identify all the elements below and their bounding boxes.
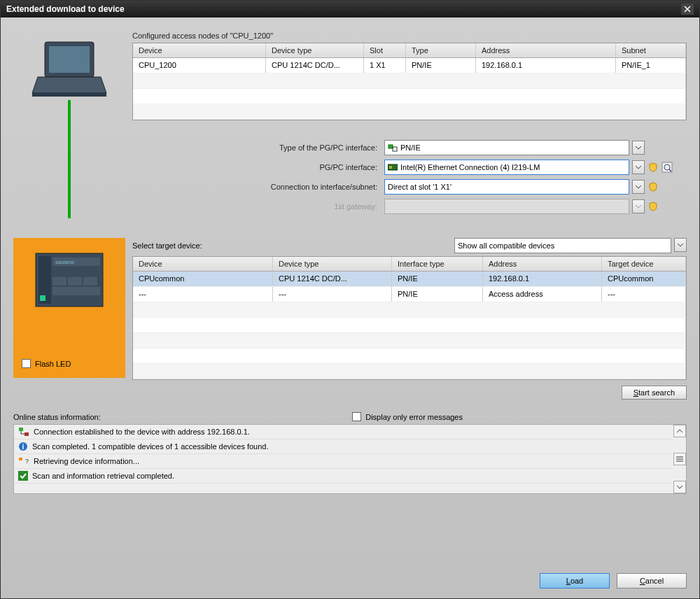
dropdown-arrow <box>632 199 645 213</box>
table-row <box>133 318 686 333</box>
target-filter-dropdown[interactable]: Show all compatible devices <box>454 238 671 253</box>
menu-icon <box>676 456 683 462</box>
device-panel: SIEMENS Flash LED <box>13 238 125 378</box>
svg-rect-17 <box>83 277 97 286</box>
close-icon <box>684 6 691 13</box>
th-device[interactable]: Device <box>133 43 266 57</box>
status-heading: Online status information: <box>13 413 101 421</box>
properties-icon[interactable] <box>662 162 673 173</box>
retrieve-icon: ? <box>18 456 29 466</box>
th-slot[interactable]: Slot <box>364 43 406 57</box>
th-devtype[interactable]: Device type <box>266 43 364 57</box>
dropdown-arrow[interactable] <box>632 160 645 174</box>
target-table: Device Device type Interface type Addres… <box>132 256 687 380</box>
chevron-up-icon <box>677 430 682 433</box>
svg-text:i: i <box>22 443 24 451</box>
table-row <box>133 302 686 318</box>
chevron-down-icon <box>677 486 682 489</box>
svg-rect-16 <box>68 277 82 286</box>
svg-rect-24 <box>19 458 22 460</box>
titlebar: Extended download to device <box>1 1 699 17</box>
config-nodes-table: Device Device type Slot Type Address Sub… <box>132 43 687 120</box>
status-item: Connection established to the device wit… <box>14 425 672 439</box>
dropdown-arrow[interactable] <box>632 180 645 194</box>
dropdown-arrow[interactable] <box>632 141 645 155</box>
shield-icon[interactable] <box>648 162 659 173</box>
svg-marker-2 <box>32 77 106 93</box>
close-button[interactable] <box>681 3 694 15</box>
svg-rect-21 <box>24 432 29 436</box>
flash-led-checkbox[interactable] <box>22 359 31 368</box>
table-row <box>133 333 686 348</box>
connect-icon <box>18 427 29 437</box>
th-type[interactable]: Type <box>406 43 476 57</box>
th-target[interactable]: Target device <box>602 257 686 271</box>
shield-icon[interactable] <box>648 201 659 212</box>
svg-rect-4 <box>388 145 393 148</box>
flash-led-label: Flash LED <box>35 360 71 368</box>
conn-subnet-label: Connection to interface/subnet: <box>132 183 384 191</box>
svg-rect-5 <box>393 147 397 151</box>
svg-rect-18 <box>52 287 100 295</box>
chevron-down-icon <box>636 166 641 169</box>
window-title: Extended download to device <box>6 4 125 14</box>
check-icon <box>18 471 28 481</box>
status-box: Connection established to the device wit… <box>13 424 687 494</box>
conn-subnet-dropdown[interactable]: Direct at slot '1 X1' <box>384 179 629 195</box>
svg-rect-15 <box>52 277 66 286</box>
pnie-icon <box>388 143 398 152</box>
load-button[interactable]: Load <box>540 573 610 589</box>
status-item: i Scan completed. 1 compatible devices o… <box>14 439 672 454</box>
svg-text:SIEMENS: SIEMENS <box>55 260 74 265</box>
table-row <box>133 364 686 379</box>
th-address[interactable]: Address <box>476 43 616 57</box>
chevron-down-icon <box>678 244 683 247</box>
table-row[interactable]: --- --- PN/IE Access address --- <box>133 287 686 302</box>
svg-rect-1 <box>49 46 90 73</box>
gateway-dropdown <box>384 199 629 214</box>
svg-rect-26 <box>18 471 28 481</box>
svg-rect-3 <box>32 93 106 97</box>
status-item: ? Retrieving device information... <box>14 454 672 469</box>
plc-icon: SIEMENS <box>34 252 104 308</box>
chevron-down-icon <box>636 205 641 209</box>
table-row[interactable]: CPUcommon CPU 1214C DC/D... PN/IE 192.16… <box>133 272 686 287</box>
laptop-icon <box>31 38 108 101</box>
display-errors-label: Display only error messages <box>365 413 463 421</box>
pgpc-type-label: Type of the PG/PC interface: <box>132 143 384 152</box>
th-iftype[interactable]: Interface type <box>392 257 483 271</box>
svg-rect-7 <box>389 166 392 169</box>
dropdown-arrow[interactable] <box>674 238 687 252</box>
scroll-down-button[interactable] <box>673 481 686 493</box>
status-item: Scan and information retrieval completed… <box>14 469 672 484</box>
th-device[interactable]: Device <box>133 257 273 271</box>
select-target-label: Select target device: <box>132 241 202 250</box>
pgpc-if-label: PG/PC interface: <box>132 163 384 171</box>
pgpc-if-dropdown[interactable]: Intel(R) Ethernet Connection (4) I219-LM <box>384 160 629 175</box>
table-row[interactable]: CPU_1200 CPU 1214C DC/D... 1 X1 PN/IE 19… <box>133 58 686 73</box>
display-errors-checkbox[interactable] <box>352 412 361 421</box>
svg-rect-13 <box>40 295 46 301</box>
th-subnet[interactable]: Subnet <box>616 43 686 57</box>
start-search-button[interactable]: Start search <box>622 386 687 400</box>
svg-text:?: ? <box>25 458 29 465</box>
config-nodes-heading: Configured access nodes of "CPU_1200" <box>132 31 687 40</box>
svg-rect-20 <box>19 428 23 431</box>
table-row <box>133 348 686 364</box>
th-devtype[interactable]: Device type <box>273 257 392 271</box>
connection-wire <box>68 100 71 218</box>
info-icon: i <box>18 442 28 451</box>
chevron-down-icon <box>636 146 641 150</box>
scroll-options-button[interactable] <box>673 453 686 465</box>
table-row <box>133 73 686 89</box>
pgpc-type-dropdown[interactable]: PN/IE <box>384 140 629 155</box>
th-address[interactable]: Address <box>483 257 602 271</box>
shield-icon[interactable] <box>648 181 659 192</box>
scroll-up-button[interactable] <box>673 425 686 437</box>
nic-icon <box>388 163 398 171</box>
gateway-label: 1st gateway: <box>132 202 384 211</box>
table-row <box>133 104 686 120</box>
cancel-button[interactable]: Cancel <box>617 573 687 589</box>
table-row <box>133 89 686 104</box>
chevron-down-icon <box>636 185 641 189</box>
